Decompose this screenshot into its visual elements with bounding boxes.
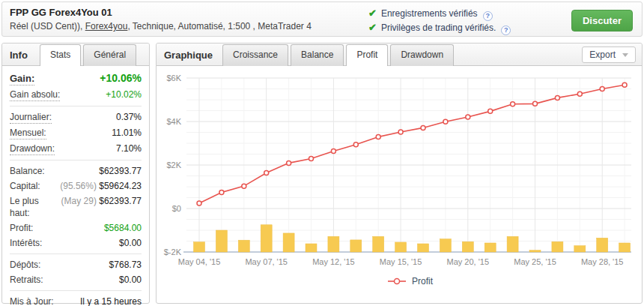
stat-value-mensuel: 11.01% (112, 127, 142, 139)
info-tabs: StatsGénéral (40, 44, 136, 66)
x-tick-label: May 20, '15 (447, 257, 490, 266)
stat-row-interets: Intérêts:$0.00 (10, 236, 142, 250)
verified-privileges-label: Privilèges de trading vérifiés. (381, 22, 496, 33)
stat-label-balance: Balance: (10, 165, 45, 177)
profit-point (287, 160, 291, 165)
verification-badges: ✔Enregistrements vérifiés? ✔Privilèges d… (368, 7, 511, 35)
x-tick-label: May 12, '15 (312, 257, 355, 266)
check-icon: ✔ (368, 22, 377, 33)
stat-row-profit: Profit:$5684.00 (10, 220, 142, 236)
x-tick-label: May 07, '15 (245, 257, 288, 266)
stat-value-journalier: 0.37% (116, 111, 142, 123)
y-tick-label: $0 (172, 204, 181, 213)
stat-value-main: 0.37% (116, 112, 142, 122)
stat-row-journalier: Journalier:0.37% (10, 110, 142, 125)
check-icon: ✔ (368, 8, 377, 19)
divider (10, 254, 142, 254)
stat-row-gain-absolu: Gain absolu:+10.02% (10, 87, 142, 103)
daily-profit-bar (484, 243, 496, 252)
y-tick-label: $6K (166, 74, 181, 82)
daily-profit-bar (350, 240, 362, 252)
profit-point (600, 87, 604, 92)
legend-marker (395, 279, 400, 284)
chart-area: $-2K$0$2K$4K$6KMay 04, '15May 07, '15May… (157, 69, 642, 306)
profit-point (353, 142, 358, 147)
caret-down-icon (622, 53, 628, 57)
info-panel-title: Info (10, 50, 28, 61)
profit-point (197, 201, 201, 206)
profit-point (264, 170, 269, 175)
daily-profit-bar (306, 244, 317, 252)
profit-point (622, 82, 627, 87)
subtitle-text: Réel (USD Cent)), (10, 21, 85, 32)
tab-croissance[interactable]: Croissance (222, 44, 288, 66)
stat-label-gain-absolu: Gain absolu: (10, 88, 60, 101)
stat-row-mis-a-jour: Mis à Jour:Il y a 15 heures (10, 294, 142, 306)
tab-drawdown[interactable]: Drawdown (390, 44, 454, 66)
discuss-button[interactable]: Discuter (571, 10, 633, 32)
profit-point (376, 134, 380, 139)
x-tick-label: May 28, '15 (581, 257, 624, 266)
verified-records-label: Enregistrements vérifiés (381, 8, 478, 19)
stat-label-interets: Intérêts: (10, 237, 42, 249)
profit-point (309, 157, 314, 161)
profit-point (443, 119, 448, 124)
stat-value-interets: $0.00 (119, 237, 142, 249)
page-title: FPP GG Forex4You 01 (10, 7, 312, 18)
legend-label: Profit (412, 276, 434, 286)
stat-value-main: $62393.77 (99, 166, 142, 176)
stat-value-main: 11.01% (112, 128, 142, 138)
profit-point (466, 115, 470, 119)
stat-value-main: $59624.23 (99, 181, 142, 191)
y-tick-label: $4K (166, 117, 181, 126)
stat-value-main: $768.73 (109, 260, 142, 270)
divider (10, 290, 142, 291)
tab-balance[interactable]: Balance (291, 44, 344, 66)
profit-point (219, 190, 224, 195)
profit-point (577, 92, 582, 96)
stat-value-main: 7.10% (116, 143, 142, 154)
profit-point (398, 130, 403, 134)
tab-general[interactable]: Général (83, 44, 136, 66)
daily-profit-bar (395, 242, 407, 252)
stat-row-mensuel: Mensuel:11.01% (10, 125, 142, 141)
stat-value-main: $62393.77 (99, 196, 142, 206)
export-button[interactable]: Export (582, 46, 636, 63)
stat-row-le-plus-haut: Le plus haut:(May 29) $62393.77 (10, 194, 142, 220)
daily-profit-bar (216, 230, 227, 252)
stat-value-le-plus-haut: (May 29) $62393.77 (61, 195, 142, 207)
account-identity: FPP GG Forex4You 01 Réel (USD Cent)), Fo… (10, 7, 312, 32)
chart-tabs: CroissanceBalanceProfitDrawdown (222, 44, 454, 66)
stat-value-gain-absolu: +10.02% (106, 88, 142, 100)
stat-label-mis-a-jour: Mis à Jour: (10, 296, 54, 306)
stat-value-main: +10.02% (106, 89, 142, 100)
daily-profit-bar (597, 238, 608, 252)
stat-value-mis-a-jour: Il y a 15 heures (80, 296, 142, 306)
daily-profit-bar (574, 246, 586, 252)
stat-row-drawdown: Drawdown:7.10% (10, 141, 142, 157)
subtitle-text: , Technique, Automatisé, 1:500 , MetaTra… (127, 21, 311, 32)
tab-profit[interactable]: Profit (346, 44, 388, 66)
profit-point (242, 184, 246, 188)
daily-profit-bar (440, 239, 451, 252)
daily-profit-bar (194, 242, 205, 252)
stat-value-drawdown: 7.10% (116, 142, 142, 154)
daily-profit-bar (418, 244, 429, 252)
daily-profit-bar (462, 242, 473, 252)
stat-row-balance: Balance:$62393.77 (10, 164, 142, 178)
stat-value-main: $0.00 (119, 238, 142, 248)
help-icon[interactable]: ? (483, 11, 493, 21)
stat-value-retraits: $0.00 (119, 274, 142, 286)
tab-stats[interactable]: Stats (40, 44, 81, 66)
stats-list: Gain:+10.06%Gain absolu:+10.02%Journalie… (2, 66, 149, 306)
verified-records-row: ✔Enregistrements vérifiés? (368, 7, 511, 21)
help-icon[interactable]: ? (501, 26, 511, 35)
x-tick-label: May 04, '15 (178, 257, 221, 266)
broker-link[interactable]: Forex4you (85, 21, 128, 32)
stat-label-drawdown: Drawdown: (10, 142, 55, 155)
chart-panel: Graphique CroissanceBalanceProfitDrawdow… (156, 43, 643, 304)
stat-value-capital: (95.56%) $59624.23 (60, 180, 142, 192)
daily-profit-bar (373, 236, 384, 252)
stat-label-profit: Profit: (10, 222, 33, 234)
profit-point (555, 95, 559, 100)
